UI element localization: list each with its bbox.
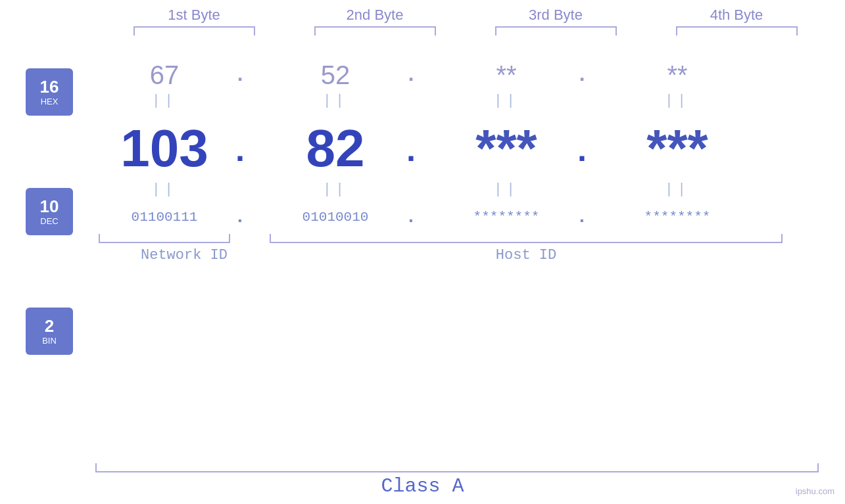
sep2-4: ||: [612, 181, 743, 198]
separator-row-1: || || || ||: [85, 93, 845, 109]
network-bracket: [99, 234, 230, 243]
bottom-inner-bracket-row: [85, 234, 845, 243]
sep-cell-2: ||: [270, 93, 441, 109]
bracket-3: [495, 26, 617, 35]
bin-value-2: 01010010: [270, 210, 401, 225]
dec-cell-4: ***: [612, 118, 783, 179]
dec-cell-2: 82 .: [270, 118, 441, 179]
network-id-container: Network ID: [99, 247, 270, 263]
hex-value-4: **: [612, 60, 743, 90]
bin-cell-4: ********: [612, 210, 783, 225]
bin-badge: 2 BIN: [26, 308, 73, 355]
content-area: 16 HEX 10 DEC 2 BIN 67 . 52: [0, 49, 845, 355]
sep-cell-4: ||: [612, 93, 783, 109]
dec-value-4: ***: [612, 118, 743, 179]
bin-dot-1: .: [230, 207, 250, 227]
byte-header-4: 4th Byte: [664, 7, 809, 24]
sep2-1: ||: [99, 181, 230, 198]
sep2-cell-2: ||: [270, 181, 441, 198]
id-labels-row: Network ID Host ID: [85, 247, 845, 263]
dec-dot-1: .: [230, 133, 250, 171]
sep-cell-3: ||: [441, 93, 612, 109]
hex-value-2: 52: [270, 60, 401, 90]
bracket-4: [676, 26, 798, 35]
host-bracket: [270, 234, 783, 243]
bin-row: 01100111 . 01010010 . ******** . *******…: [85, 207, 845, 227]
class-label: Class A: [381, 475, 464, 497]
class-label-container: Class A: [0, 475, 845, 497]
bin-badge-label: BIN: [42, 336, 57, 346]
hex-cell-4: **: [612, 60, 783, 90]
badges-column: 16 HEX 10 DEC 2 BIN: [0, 68, 85, 355]
byte-header-2: 2nd Byte: [302, 7, 447, 24]
sep2-cell-3: ||: [441, 181, 612, 198]
hex-badge: 16 HEX: [26, 68, 73, 116]
network-id-label: Network ID: [141, 247, 228, 263]
hex-cell-1: 67 .: [99, 60, 270, 90]
dec-row: 103 . 82 . *** . ***: [85, 118, 845, 179]
hex-dot-3: .: [572, 63, 592, 87]
sep-2: ||: [270, 93, 401, 109]
byte-headers: 1st Byte 2nd Byte 3rd Byte 4th Byte: [104, 7, 827, 24]
dec-dot-3: .: [572, 133, 592, 171]
hex-value-1: 67: [99, 60, 230, 90]
sep-1: ||: [99, 93, 230, 109]
main-container: 1st Byte 2nd Byte 3rd Byte 4th Byte 16 H…: [0, 0, 845, 504]
sep-3: ||: [441, 93, 572, 109]
byte-header-3: 3rd Byte: [483, 7, 628, 24]
bin-value-4: ********: [612, 210, 743, 225]
host-id-label: Host ID: [496, 247, 556, 263]
dec-cell-1: 103 .: [99, 118, 270, 179]
host-id-container: Host ID: [270, 247, 783, 263]
hex-cell-2: 52 .: [270, 60, 441, 90]
sep-4: ||: [612, 93, 743, 109]
bin-dot-3: .: [572, 207, 592, 227]
hex-cell-3: ** .: [441, 60, 612, 90]
sep2-cell-1: ||: [99, 181, 270, 198]
bracket-2: [314, 26, 436, 35]
class-bracket: [95, 463, 819, 472]
data-columns: 67 . 52 . ** . ** ||: [85, 49, 845, 263]
watermark-text: ipshu.com: [796, 486, 834, 496]
hex-row: 67 . 52 . ** . **: [85, 60, 845, 90]
bin-cell-2: 01010010 .: [270, 207, 441, 227]
bracket-1: [133, 26, 255, 35]
bin-dot-2: .: [401, 207, 421, 227]
hex-dot-2: .: [401, 63, 421, 87]
sep2-3: ||: [441, 181, 572, 198]
separator-row-2: || || || ||: [85, 181, 845, 198]
dec-dot-2: .: [401, 133, 421, 171]
dec-badge-number: 10: [40, 198, 59, 215]
bin-value-3: ********: [441, 210, 572, 225]
hex-dot-1: .: [230, 63, 250, 87]
hex-badge-label: HEX: [41, 97, 59, 106]
dec-badge-label: DEC: [40, 216, 58, 226]
dec-badge: 10 DEC: [26, 188, 73, 235]
dec-value-2: 82: [270, 118, 401, 179]
dec-cell-3: *** .: [441, 118, 612, 179]
top-bracket-row: [104, 26, 827, 35]
bin-badge-number: 2: [45, 317, 54, 334]
bracket-gap-1: [230, 234, 270, 243]
bin-cell-3: ******** .: [441, 207, 612, 227]
bin-value-1: 01100111: [99, 210, 230, 225]
dec-value-3: ***: [441, 118, 572, 179]
hex-value-3: **: [441, 60, 572, 90]
hex-badge-number: 16: [40, 78, 59, 95]
sep2-2: ||: [270, 181, 401, 198]
byte-header-1: 1st Byte: [122, 7, 266, 24]
dec-value-1: 103: [99, 118, 230, 179]
sep-cell-1: ||: [99, 93, 270, 109]
watermark: ipshu.com: [796, 486, 834, 497]
bin-cell-1: 01100111 .: [99, 207, 270, 227]
sep2-cell-4: ||: [612, 181, 783, 198]
